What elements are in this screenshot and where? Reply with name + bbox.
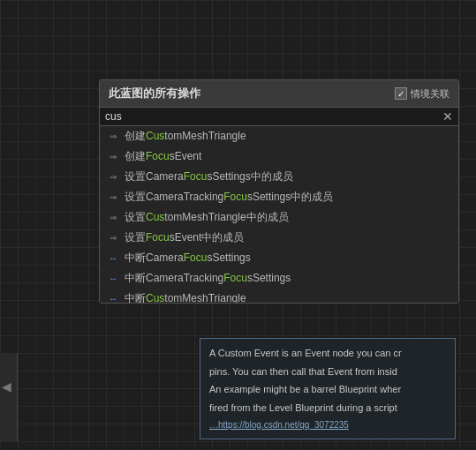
result-item[interactable]: ⇒ 设置CustomMeshTriangle中的成员 [100, 207, 458, 228]
results-list: ⇒ 创建CustomMeshTriangle ⇒ 创建FocusEvent ⇒ … [100, 126, 458, 303]
result-text: 设置FocusEvent中的成员 [125, 230, 244, 245]
blue-arrow-icon: ↔ [107, 252, 119, 265]
clear-search-button[interactable]: ✕ [442, 110, 453, 123]
tooltip-line-2: pins. You can then call that Event from … [209, 364, 446, 379]
search-input[interactable] [105, 110, 439, 123]
result-item[interactable]: ⇒ 设置CameraTrackingFocusSettings中的成员 [100, 187, 458, 207]
sidebar-arrow-icon: ◀ [2, 379, 11, 394]
arrow-icon: ⇒ [107, 151, 119, 163]
arrow-icon: ⇒ [107, 191, 119, 204]
context-checkbox[interactable]: ✓ [395, 87, 407, 100]
blue-arrow-icon: ↔ [107, 293, 119, 304]
tooltip-panel: A Custom Event is an Event node you can … [200, 338, 456, 439]
result-text: 中断CameraFocusSettings [125, 251, 251, 266]
dialog-header: 此蓝图的所有操作 ✓ 情境关联 [100, 80, 458, 108]
result-item[interactable]: ⇒ 创建FocusEvent [100, 146, 458, 167]
arrow-icon: ⇒ [107, 131, 119, 143]
context-checkbox-container[interactable]: ✓ 情境关联 [395, 87, 450, 101]
result-item[interactable]: ↔ 中断CameraFocusSettings [100, 248, 458, 268]
result-text: 设置CustomMeshTriangle中的成员 [125, 210, 289, 225]
result-text: 中断CustomMeshTriangle [125, 291, 246, 303]
arrow-icon: ⇒ [107, 171, 119, 184]
tooltip-link[interactable]: …https://blog.csdn.net/qq_3072235 [209, 418, 446, 431]
tooltip-line-4: fired from the Level Blueprint during a … [209, 401, 446, 416]
result-item[interactable]: ↔ 中断CameraTrackingFocusSettings [100, 268, 458, 289]
result-text: 中断CameraTrackingFocusSettings [125, 271, 291, 286]
arrow-icon: ⇒ [107, 232, 119, 244]
result-text: 设置CameraFocusSettings中的成员 [125, 169, 293, 184]
dialog-title: 此蓝图的所有操作 [109, 86, 200, 101]
tooltip-line-1: A Custom Event is an Event node you can … [209, 346, 446, 361]
arrow-icon: ⇒ [107, 212, 119, 224]
context-label: 情境关联 [411, 87, 450, 101]
tooltip-line-3: An example might be a barrel Blueprint w… [209, 382, 446, 397]
result-text: 创建FocusEvent [125, 149, 201, 164]
search-bar: ✕ [100, 108, 458, 126]
result-item[interactable]: ⇒ 创建CustomMeshTriangle [100, 126, 458, 146]
result-text: 设置CameraTrackingFocusSettings中的成员 [125, 190, 333, 205]
action-search-dialog: 此蓝图的所有操作 ✓ 情境关联 ✕ ⇒ 创建CustomMeshTriangle… [99, 79, 459, 304]
result-item[interactable]: ⇒ 设置CameraFocusSettings中的成员 [100, 167, 458, 187]
result-item[interactable]: ⇒ 设置FocusEvent中的成员 [100, 228, 458, 248]
left-panel [0, 353, 18, 441]
blue-arrow-icon: ↔ [107, 273, 119, 285]
result-item[interactable]: ↔ 中断CustomMeshTriangle [100, 289, 458, 303]
result-text: 创建CustomMeshTriangle [125, 129, 246, 144]
